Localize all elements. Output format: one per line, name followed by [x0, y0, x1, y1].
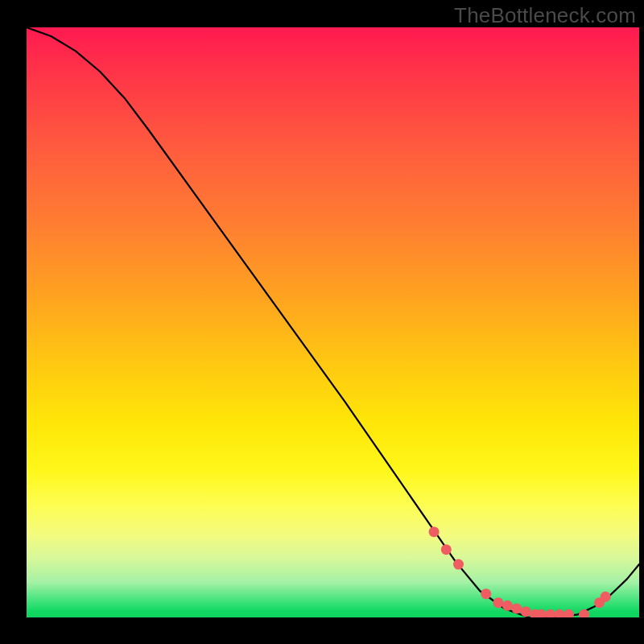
- chart-svg: [27, 27, 639, 617]
- marker-dot: [502, 601, 513, 611]
- marker-dot: [481, 588, 491, 599]
- marker-dots: [429, 526, 611, 617]
- marker-dot: [564, 609, 574, 617]
- watermark-text: TheBottleneck.com: [454, 3, 636, 28]
- line-series: [27, 27, 639, 617]
- marker-dot: [453, 559, 464, 570]
- marker-dot: [493, 597, 503, 608]
- marker-dot: [545, 609, 555, 617]
- marker-dot: [521, 606, 531, 617]
- marker-dot: [511, 604, 522, 614]
- chart-frame: TheBottleneck.com: [0, 0, 644, 644]
- plot-area: [27, 27, 639, 617]
- marker-dot: [555, 609, 565, 617]
- marker-dot: [429, 526, 440, 537]
- marker-dot: [441, 544, 452, 555]
- marker-dot: [601, 592, 611, 602]
